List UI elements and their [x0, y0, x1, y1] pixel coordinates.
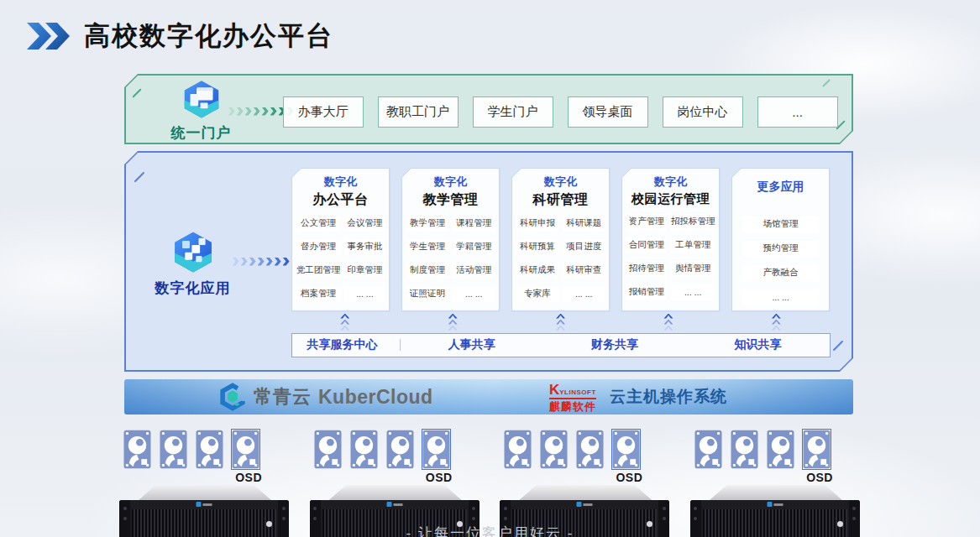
rack-brand-icon [577, 502, 593, 507]
up-arrow-icon [615, 314, 722, 331]
hdd-icon [314, 430, 342, 469]
hr-sharing-label: 人事共享 [401, 337, 543, 352]
hdd-osd-icon [803, 430, 831, 469]
module-pill: 招投标管理 [671, 214, 715, 230]
kylin-en-label: YLINSOFT [559, 388, 596, 396]
knowledge-sharing-label: 知识共享 [686, 337, 829, 352]
card-tag: 数字化 [292, 175, 390, 190]
card-office-platform: 数字化 办公平台 公文管理 会议管理 督办管理 事务审批 党工团管理 印章管理 … [291, 168, 390, 312]
module-pill: ... ... [453, 286, 495, 302]
kylin-k-letter: K [549, 382, 559, 398]
kylin-cn-label: 麒麟软件 [549, 401, 596, 412]
up-arrows-row [291, 314, 831, 331]
module-pill: 公文管理 [296, 216, 341, 232]
kubercloud-logo-icon [218, 383, 247, 411]
corner-accent [822, 79, 831, 87]
hdd-icon [767, 430, 794, 469]
module-pill: ... ... [671, 284, 715, 300]
disk-row [314, 430, 450, 469]
module-pill: 证照证明 [406, 286, 448, 302]
portal-button-post-center: 岗位中心 [663, 96, 743, 128]
server-group: OSD [310, 430, 481, 537]
card-name: 校园运行管理 [622, 191, 720, 207]
hdd-osd-icon [232, 430, 259, 469]
module-pill: 档案管理 [296, 286, 341, 302]
module-pill: 科研申报 [516, 216, 558, 232]
portal-button-leader-desktop: 领导桌面 [568, 96, 648, 128]
up-arrow-icon [291, 314, 399, 331]
up-arrow-icon [506, 314, 614, 331]
module-pill: ... ... [742, 289, 820, 305]
hdd-icon [196, 430, 223, 469]
digital-apps-box: 数字化应用 数字化 办公平台 公文管理 会议管理 督办管理 事务审批 党工团管理… [124, 151, 853, 372]
server-group: OSD [500, 430, 671, 537]
up-arrow-icon [399, 314, 506, 331]
corner-accent [833, 341, 844, 352]
rack-top-face [519, 485, 652, 500]
module-pill: 印章管理 [344, 263, 385, 279]
rack-top-face [139, 485, 271, 500]
slide-canvas: { "title": { "text": "高校数字化办公平台" }, "por… [0, 0, 980, 537]
module-pill: 场馆管理 [742, 216, 820, 232]
kubercloud-brand: 常青云 KuberCloud [218, 383, 433, 411]
apps-label: 数字化应用 [143, 279, 244, 298]
module-pill: 活动管理 [453, 263, 495, 279]
brand-cn-label: 常青云 [254, 384, 312, 409]
osd-label: OSD [119, 471, 262, 484]
module-pill: 学籍管理 [453, 239, 495, 255]
hdd-osd-icon [612, 430, 640, 469]
kylin-os-brand: KYLINSOFT 麒麟软件 云主机操作系统 [549, 383, 727, 412]
hdd-icon [123, 430, 151, 469]
card-tag: 更多应用 [732, 180, 830, 195]
disk-row [123, 430, 259, 469]
hdd-icon [540, 430, 568, 469]
flow-chevrons-icon [233, 258, 298, 266]
card-name: 科研管理 [512, 191, 610, 209]
module-pill: 招待管理 [626, 261, 667, 277]
module-pill: 党工团管理 [296, 263, 341, 279]
module-pill: 工单管理 [671, 237, 715, 253]
card-name: 办公平台 [292, 191, 390, 209]
hdd-icon [576, 430, 604, 469]
module-pill: 报销管理 [626, 284, 667, 300]
module-pill: 科研预算 [516, 239, 558, 255]
card-tag: 数字化 [402, 175, 500, 190]
disk-row [694, 430, 831, 469]
card-more-apps: 更多应用 场馆管理 预约管理 产教融合 ... ... [731, 168, 831, 312]
up-arrow-icon [722, 314, 830, 331]
os-label: 云主机操作系统 [610, 386, 727, 408]
hdd-icon [504, 430, 532, 469]
module-pill: 项目进度 [563, 239, 605, 255]
osd-label: OSD [310, 471, 453, 484]
portal-button-staff: 教职工门户 [378, 96, 459, 128]
module-pill: 科研审查 [563, 263, 605, 279]
page-header: 高校数字化办公平台 [25, 18, 333, 54]
module-pill: 舆情管理 [671, 261, 715, 277]
storage-servers-row: OSD OSD [119, 430, 862, 537]
hdd-osd-icon [422, 430, 450, 469]
rack-brand-icon [197, 502, 212, 507]
unified-portal-box: 统一门户 办事大厅 教职工门户 学生门户 领导桌面 岗位中心 ... [124, 74, 853, 144]
portal-buttons: 办事大厅 教职工门户 学生门户 领导桌面 岗位中心 ... [283, 96, 838, 128]
server-group: OSD [119, 430, 291, 537]
finance-sharing-label: 财务共享 [543, 337, 686, 352]
shared-service-center-label: 共享服务中心 [292, 337, 400, 352]
card-research-mgmt: 数字化 科研管理 科研申报 科研课题 科研预算 项目进度 科研成果 科研审查 专… [511, 168, 611, 312]
rack-top-face [329, 485, 462, 500]
module-pill: 产教融合 [742, 265, 820, 281]
module-pill: 课程管理 [453, 216, 495, 232]
hdd-icon [694, 430, 722, 469]
portal-label: 统一门户 [151, 123, 252, 143]
apps-cube-icon [171, 230, 215, 274]
module-pill: 教学管理 [406, 216, 448, 232]
shared-services-bar: 共享服务中心 人事共享 财务共享 知识共享 [291, 333, 831, 357]
module-pill: ... ... [563, 286, 605, 302]
module-pill: 制度管理 [406, 263, 448, 279]
module-pill: 事务审批 [344, 239, 385, 255]
footer-caption: - 让每一位客户用好云 - [0, 524, 980, 537]
double-chevron-icon [25, 22, 71, 50]
rack-top-face [710, 485, 842, 500]
card-teaching-mgmt: 数字化 教学管理 教学管理 课程管理 学生管理 学籍管理 制度管理 活动管理 证… [401, 168, 500, 312]
portal-cube-icon [181, 79, 222, 119]
hdd-icon [350, 430, 378, 469]
